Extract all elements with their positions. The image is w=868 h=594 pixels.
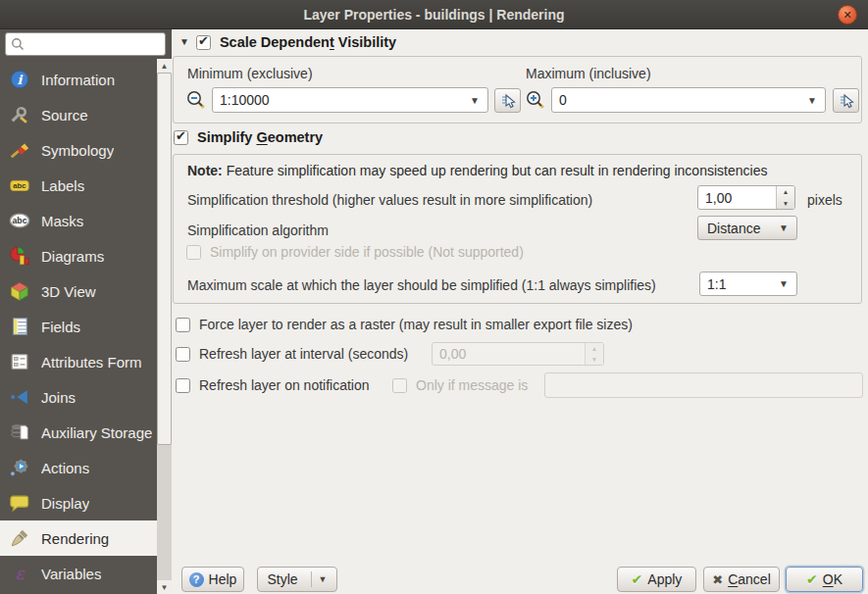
zoom-out-magnifier-icon (184, 89, 207, 116)
sidebar-item-label: Diagrams (41, 248, 104, 265)
cancel-label: Cancel (728, 571, 771, 587)
help-button[interactable]: ? Help (181, 567, 244, 592)
labels-icon: abc (7, 173, 32, 197)
max-scale-label: Maximum scale at which the layer should … (187, 277, 656, 293)
search-input[interactable] (28, 37, 160, 52)
sidebar-item-rendering[interactable]: Rendering (0, 520, 157, 556)
dropdown-arrow-icon[interactable]: ▼ (771, 223, 796, 233)
spin-down-icon[interactable]: ▼ (777, 198, 794, 210)
refresh-interval-label: Refresh layer at interval (seconds) (199, 346, 408, 362)
help-icon: ? (189, 572, 204, 587)
sidebar-item-source[interactable]: Source (0, 97, 157, 132)
simplify-geometry-title[interactable]: Simplify Geometry (197, 129, 323, 145)
information-icon: i (7, 68, 32, 91)
sidebar-item-symbology[interactable]: Symbology (0, 132, 157, 168)
force-raster-checkbox[interactable] (176, 318, 190, 332)
dropdown-arrow-icon[interactable]: ▼ (771, 278, 796, 289)
refresh-interval-checkbox[interactable] (176, 347, 190, 362)
help-label: Help (209, 571, 237, 587)
check-icon: ✔ (632, 571, 643, 587)
sidebar-item-label: Labels (41, 177, 84, 194)
sidebar-item-actions[interactable]: Actions (0, 450, 157, 485)
minimum-scale-combobox[interactable]: 1:10000 ▼ (212, 87, 488, 113)
dropdown-arrow-icon[interactable]: ▼ (799, 95, 825, 106)
only-if-message-checkbox (392, 378, 407, 393)
simplify-geometry-groupbox: Note: Feature simplification may speed u… (173, 154, 862, 304)
max-scale-combobox[interactable]: 1:1 ▼ (699, 272, 797, 296)
sidebar-item-joins[interactable]: Joins (0, 379, 157, 415)
cancel-button[interactable]: ✖ Cancel (703, 567, 780, 592)
simplify-geometry-group-header: Simplify Geometry (174, 129, 323, 145)
refresh-notification-row: Refresh layer on notification (176, 377, 370, 393)
close-icon[interactable]: ✕ (838, 5, 857, 25)
scrollbar-up-arrow-icon[interactable]: ▲ (157, 59, 172, 73)
sidebar-item-variables[interactable]: εVariables (0, 556, 157, 591)
svg-text:abc: abc (13, 181, 26, 190)
simplify-geometry-checkbox[interactable] (174, 130, 188, 145)
layer-properties-dialog: Layer Properties - buildings | Rendering… (0, 0, 868, 594)
sidebar-item-diagrams[interactable]: Diagrams (0, 238, 157, 273)
max-scale-value: 1:1 (707, 276, 726, 292)
sidebar-item-fields[interactable]: Fields (0, 309, 157, 344)
maximum-scale-combobox[interactable]: 0 ▼ (551, 87, 826, 113)
masks-icon: abc (7, 209, 32, 232)
sidebar: iInformationSourceSymbologyabcLabelsabcM… (0, 29, 172, 594)
sidebar-item-label: Display (41, 495, 89, 512)
scale-visibility-group-header: ▼ Scale Dependent Visibility (179, 34, 396, 50)
sidebar-item-information[interactable]: iInformation (0, 62, 157, 97)
sidebar-item-3d-view[interactable]: 3D View (0, 273, 157, 309)
refresh-notification-label: Refresh layer on notification (199, 377, 370, 393)
apply-label: Apply (647, 571, 682, 587)
dropdown-arrow-icon[interactable]: ▼ (319, 574, 328, 584)
symbology-icon (7, 138, 32, 162)
only-if-message-row: Only if message is (392, 377, 528, 393)
spin-up-icon: ▲ (586, 343, 603, 354)
sidebar-item-label: Attributes Form (41, 354, 142, 371)
style-label: Style (267, 571, 297, 587)
collapse-triangle-icon[interactable]: ▼ (179, 37, 189, 47)
spin-down-icon: ▼ (586, 354, 603, 365)
refresh-interval-row: Refresh layer at interval (seconds) (176, 346, 408, 362)
sidebar-item-labels[interactable]: abcLabels (0, 168, 157, 203)
sidebar-item-auxiliary-storage[interactable]: Auxiliary Storage (0, 415, 157, 450)
threshold-spinbox[interactable]: 1,00 ▲▼ (697, 185, 795, 210)
maximum-label: Maximum (inclusive) (526, 66, 651, 81)
source-icon (7, 103, 32, 126)
3d-view-icon (7, 279, 32, 303)
rendering-panel: ▼ Scale Dependent Visibility Minimum (ex… (172, 29, 868, 594)
ok-button[interactable]: ✔ OK (786, 567, 863, 592)
scrollbar-down-arrow-icon[interactable]: ▼ (157, 580, 172, 594)
threshold-value: 1,00 (698, 186, 776, 209)
attributes-form-icon (7, 350, 32, 373)
threshold-unit-label: pixels (807, 192, 842, 208)
refresh-notification-checkbox[interactable] (176, 378, 190, 393)
sidebar-item-label: Actions (41, 460, 89, 476)
simplification-note: Note: Feature simplification may speed u… (187, 163, 767, 178)
ok-label: OK (823, 571, 842, 587)
scale-visibility-checkbox[interactable] (196, 35, 211, 50)
sidebar-item-label: Source (41, 107, 88, 124)
diagrams-icon (7, 244, 32, 268)
scale-visibility-title[interactable]: Scale Dependent Visibility (220, 34, 396, 50)
sidebar-item-label: Variables (41, 566, 101, 582)
svg-text:abc: abc (13, 216, 27, 225)
sidebar-item-masks[interactable]: abcMasks (0, 203, 157, 238)
scrollbar-thumb[interactable] (157, 73, 172, 445)
sidebar-search-box (5, 32, 166, 56)
title-bar: Layer Properties - buildings | Rendering… (0, 0, 868, 29)
sidebar-item-attributes-form[interactable]: Attributes Form (0, 344, 157, 379)
style-button[interactable]: Style ▼ (257, 567, 337, 592)
set-min-from-canvas-button[interactable] (494, 88, 521, 113)
fields-icon (7, 315, 32, 338)
apply-button[interactable]: ✔ Apply (617, 567, 696, 592)
set-max-from-canvas-button[interactable] (833, 88, 859, 113)
spin-up-icon[interactable]: ▲ (777, 186, 794, 198)
algorithm-combobox[interactable]: Distance ▼ (697, 216, 797, 240)
sidebar-item-label: Auxiliary Storage (41, 424, 152, 441)
actions-icon (7, 456, 32, 479)
sidebar-item-display[interactable]: Display (0, 485, 157, 520)
rendering-icon (7, 526, 32, 550)
sidebar-item-label: Information (41, 72, 115, 88)
force-raster-row: Force layer to render as a raster (may r… (176, 317, 633, 332)
dropdown-arrow-icon[interactable]: ▼ (462, 95, 487, 106)
